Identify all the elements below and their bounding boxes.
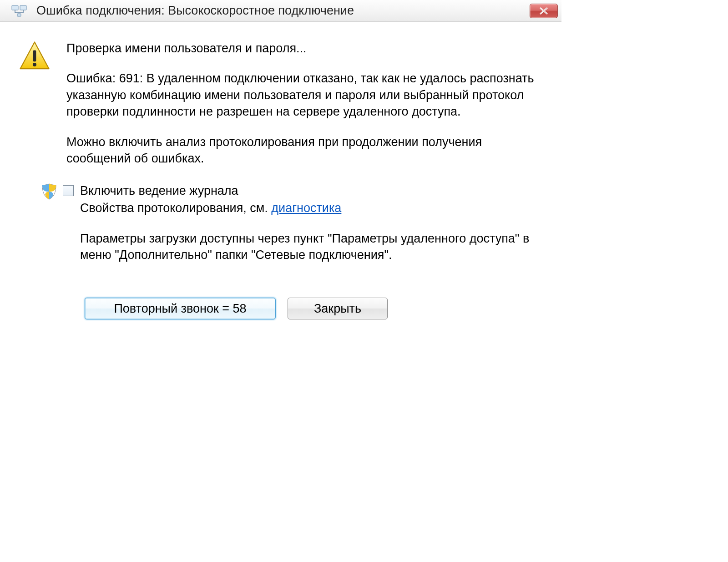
- window-title: Ошибка подключения: Высокоскоростное под…: [36, 4, 530, 18]
- close-icon: [538, 7, 549, 15]
- svg-rect-0: [12, 5, 18, 10]
- button-row: Повторный звонок = 58 Закрыть: [85, 298, 543, 319]
- enable-logging-checkbox[interactable]: [63, 185, 74, 196]
- logging-properties-prefix: Свойства протоколирования, см.: [80, 201, 271, 215]
- ras-parameters-text: Параметры загрузки доступны через пункт …: [80, 230, 543, 263]
- svg-rect-1: [20, 5, 26, 10]
- titlebar: Ошибка подключения: Высокоскоростное под…: [0, 0, 561, 22]
- error-691-text: Ошибка: 691: В удаленном подключении отк…: [66, 70, 543, 120]
- redial-button[interactable]: Повторный звонок = 58: [85, 298, 276, 319]
- svg-rect-2: [17, 14, 21, 16]
- logging-properties-line: Свойства протоколирования, см. диагности…: [80, 200, 543, 216]
- checking-credentials-text: Проверка имени пользователя и пароля...: [66, 40, 543, 56]
- enable-logging-hint: Можно включить анализ протоколирования п…: [66, 134, 543, 167]
- svg-point-4: [33, 63, 36, 66]
- diagnostics-link[interactable]: диагностика: [271, 201, 341, 215]
- enable-logging-label: Включить ведение журнала: [80, 182, 543, 199]
- dialog-content: Проверка имени пользователя и пароля... …: [0, 22, 561, 319]
- window-close-button[interactable]: [530, 4, 558, 18]
- svg-rect-3: [33, 51, 36, 62]
- network-connection-icon: [11, 3, 27, 19]
- shield-icon: [40, 182, 58, 201]
- warning-icon: [18, 40, 51, 73]
- close-button[interactable]: Закрыть: [288, 298, 388, 319]
